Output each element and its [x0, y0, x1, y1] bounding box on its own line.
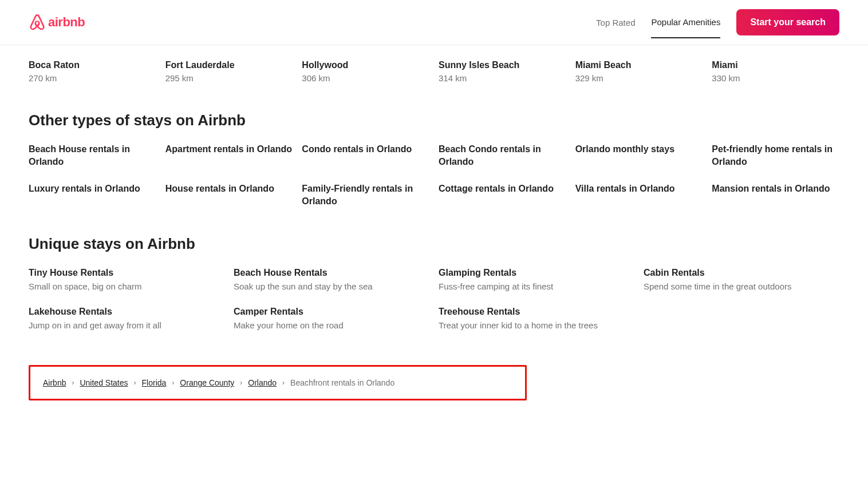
- destination-item[interactable]: Miami330 km: [712, 59, 839, 84]
- stay-type-link[interactable]: Orlando monthly stays: [575, 143, 703, 169]
- breadcrumb-link[interactable]: Orange County: [180, 378, 234, 387]
- destination-item[interactable]: Sunny Isles Beach314 km: [439, 59, 566, 84]
- stay-type-link[interactable]: Family-Friendly rentals in Orlando: [302, 182, 429, 208]
- chevron-right-icon: ›: [172, 379, 174, 387]
- stay-type-link[interactable]: House rentals in Orlando: [165, 182, 293, 208]
- unique-stay-title: Tiny House Rentals: [29, 267, 224, 279]
- unique-stay-title: Cabin Rentals: [644, 267, 839, 279]
- destination-distance: 270 km: [29, 73, 156, 84]
- stay-type-link[interactable]: Luxury rentals in Orlando: [29, 182, 156, 208]
- destination-name: Fort Lauderdale: [165, 59, 293, 72]
- nav-top-rated[interactable]: Top Rated: [596, 18, 635, 38]
- unique-stay-item[interactable]: Glamping RentalsFuss-free camping at its…: [439, 267, 634, 292]
- unique-stays-title: Unique stays on Airbnb: [29, 235, 839, 253]
- other-stays-grid: Beach House rentals in OrlandoApartment …: [29, 143, 839, 208]
- nav-popular-amenities[interactable]: Popular Amenities: [651, 17, 720, 38]
- breadcrumb-link[interactable]: Florida: [142, 378, 167, 387]
- destination-distance: 314 km: [439, 73, 566, 84]
- unique-stay-item[interactable]: Cabin RentalsSpend some time in the grea…: [644, 267, 839, 292]
- destination-item[interactable]: Miami Beach329 km: [575, 59, 703, 84]
- unique-stay-title: Treehouse Rentals: [439, 305, 634, 318]
- unique-stay-item[interactable]: Treehouse RentalsTreat your inner kid to…: [439, 305, 634, 331]
- stay-type-link[interactable]: Beach House rentals in Orlando: [29, 143, 156, 169]
- unique-stay-subtitle: Fuss-free camping at its finest: [439, 281, 634, 292]
- unique-stay-subtitle: Small on space, big on charm: [29, 281, 224, 292]
- destination-distance: 295 km: [165, 73, 293, 84]
- airbnb-logo-icon: [29, 13, 46, 31]
- destination-item[interactable]: Hollywood306 km: [302, 59, 429, 84]
- destination-distance: 329 km: [575, 73, 703, 84]
- destinations-grid: Boca Raton270 kmFort Lauderdale295 kmHol…: [29, 59, 839, 84]
- breadcrumb: Airbnb›United States›Florida›Orange Coun…: [43, 378, 512, 387]
- unique-stay-subtitle: Jump on in and get away from it all: [29, 320, 224, 331]
- unique-stay-item[interactable]: Camper RentalsMake your home on the road: [234, 305, 429, 331]
- breadcrumb-highlight: Airbnb›United States›Florida›Orange Coun…: [29, 365, 527, 400]
- header: airbnb Top Rated Popular Amenities Start…: [0, 0, 868, 45]
- destination-item[interactable]: Boca Raton270 km: [29, 59, 156, 84]
- stay-type-link[interactable]: Pet-friendly home rentals in Orlando: [712, 143, 839, 169]
- destination-name: Hollywood: [302, 59, 429, 72]
- unique-stay-item[interactable]: Lakehouse RentalsJump on in and get away…: [29, 305, 224, 331]
- other-stays-title: Other types of stays on Airbnb: [29, 112, 839, 129]
- destination-name: Miami: [712, 59, 839, 72]
- chevron-right-icon: ›: [72, 379, 74, 387]
- unique-stay-title: Glamping Rentals: [439, 267, 634, 279]
- breadcrumb-current: Beachfront rentals in Orlando: [290, 378, 394, 387]
- unique-stay-item[interactable]: Tiny House RentalsSmall on space, big on…: [29, 267, 224, 292]
- unique-stay-subtitle: Make your home on the road: [234, 320, 429, 331]
- chevron-right-icon: ›: [240, 379, 242, 387]
- nav-right: Top Rated Popular Amenities Start your s…: [596, 9, 839, 35]
- destination-name: Miami Beach: [575, 59, 703, 72]
- chevron-right-icon: ›: [134, 379, 136, 387]
- logo[interactable]: airbnb: [29, 13, 85, 31]
- stay-type-link[interactable]: Mansion rentals in Orlando: [712, 182, 839, 208]
- unique-stay-title: Beach House Rentals: [234, 267, 429, 279]
- destination-item[interactable]: Fort Lauderdale295 km: [165, 59, 293, 84]
- main-content: Boca Raton270 kmFort Lauderdale295 kmHol…: [0, 45, 868, 423]
- destination-name: Sunny Isles Beach: [439, 59, 566, 72]
- unique-stay-subtitle: Soak up the sun and stay by the sea: [234, 281, 429, 292]
- unique-stays-grid: Tiny House RentalsSmall on space, big on…: [29, 267, 839, 331]
- brand-name: airbnb: [48, 15, 85, 30]
- destination-distance: 306 km: [302, 73, 429, 84]
- unique-stay-subtitle: Spend some time in the great outdoors: [644, 281, 839, 292]
- destination-name: Boca Raton: [29, 59, 156, 72]
- destination-distance: 330 km: [712, 73, 839, 84]
- stay-type-link[interactable]: Beach Condo rentals in Orlando: [439, 143, 566, 169]
- unique-stay-item[interactable]: Beach House RentalsSoak up the sun and s…: [234, 267, 429, 292]
- start-search-button[interactable]: Start your search: [736, 9, 839, 35]
- stay-type-link[interactable]: Cottage rentals in Orlando: [439, 182, 566, 208]
- unique-stay-title: Lakehouse Rentals: [29, 305, 224, 318]
- stay-type-link[interactable]: Condo rentals in Orlando: [302, 143, 429, 169]
- stay-type-link[interactable]: Villa rentals in Orlando: [575, 182, 703, 208]
- breadcrumb-link[interactable]: Airbnb: [43, 378, 66, 387]
- breadcrumb-link[interactable]: United States: [80, 378, 128, 387]
- chevron-right-icon: ›: [282, 379, 285, 387]
- unique-stay-title: Camper Rentals: [234, 305, 429, 318]
- unique-stay-subtitle: Treat your inner kid to a home in the tr…: [439, 320, 634, 331]
- breadcrumb-link[interactable]: Orlando: [248, 378, 277, 387]
- stay-type-link[interactable]: Apartment rentals in Orlando: [165, 143, 293, 169]
